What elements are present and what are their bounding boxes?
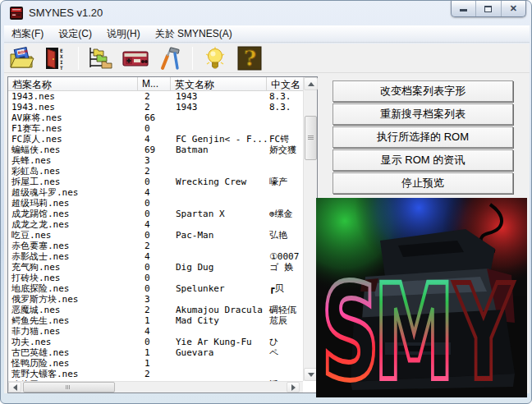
cell-chinese-name xyxy=(267,112,303,123)
cell-file-name: 鳄鱼先生.nes xyxy=(8,315,138,326)
exit-icon[interactable]: E X I T xyxy=(43,46,69,71)
cell-english-name: Yie Ar Kung-Fu xyxy=(171,337,267,347)
cell-mapper: 4 xyxy=(138,219,171,230)
menu-about[interactable]: 关於 SMYNES(A) xyxy=(148,25,240,43)
cell-file-name: 成龙踢馆.nes xyxy=(8,209,138,219)
cell-english-name: FC Genjin< - F... xyxy=(171,134,267,145)
cell-file-name: 兵蜂.nes xyxy=(8,155,138,166)
cell-file-name: F1赛车.nes xyxy=(8,123,138,134)
cell-chinese-name: 弘艳 xyxy=(267,230,303,241)
table-row[interactable]: AV麻将.nes 66 xyxy=(8,112,303,123)
column-header-english-name[interactable]: 英文名称 xyxy=(171,77,267,90)
table-row[interactable]: 彩虹岛.nes 2 xyxy=(8,166,303,177)
table-row[interactable]: 赤色要塞.nes 2 xyxy=(8,241,303,251)
thumb-grip xyxy=(308,135,314,140)
column-header-mapper[interactable]: M... xyxy=(138,77,171,90)
cell-chinese-name: FC锷 xyxy=(267,134,303,145)
file-list-icon[interactable] xyxy=(88,46,114,71)
table-row[interactable]: 古巴英雄.nes 1 Guevara ペ xyxy=(8,347,303,358)
cell-english-name: 1943 xyxy=(171,91,267,102)
tools-icon[interactable] xyxy=(157,46,183,71)
menu-file[interactable]: 档案(F) xyxy=(4,25,51,43)
cell-mapper: 2 xyxy=(138,166,171,177)
cell-file-name: 成龙之龙.nes xyxy=(8,219,138,230)
cell-mapper: 66 xyxy=(138,112,171,123)
svg-text:M: M xyxy=(374,256,455,397)
light-bulb-icon[interactable] xyxy=(202,46,228,71)
vertical-scrollbar-thumb[interactable] xyxy=(305,116,317,160)
table-row[interactable]: 充气狗.nes 0 Dig Dug ゴ 㛟 xyxy=(8,262,303,273)
cell-mapper: 0 xyxy=(138,262,171,273)
scroll-left-button[interactable] xyxy=(8,382,21,393)
change-font-button[interactable]: 改变档案列表字形 xyxy=(332,80,513,102)
table-row[interactable]: F1赛车.nes 0 xyxy=(8,123,303,134)
stop-preview-button[interactable]: 停止预览 xyxy=(332,172,513,194)
table-row[interactable]: 1943.nes 2 1943 8.3. xyxy=(8,102,303,112)
table-row[interactable]: 拆屋工.nes 0 Wrecking Crew 嚎产 xyxy=(8,177,303,187)
scroll-up-button[interactable] xyxy=(304,77,318,90)
cell-file-name: 1943.nes xyxy=(8,91,138,102)
cell-mapper: 2 xyxy=(138,241,171,251)
title-bar[interactable]: SMYNES v1.20 ✕ xyxy=(1,1,531,25)
table-row[interactable]: 超级玛莉.nes 0 xyxy=(8,198,303,209)
close-button[interactable]: ✕ xyxy=(502,1,525,16)
table-row[interactable]: 打砖块.nes 0 xyxy=(8,273,303,283)
table-row[interactable]: 荒野大镖客.nes 2 xyxy=(8,369,303,379)
cell-file-name: 吃豆.nes xyxy=(8,230,138,241)
rescan-list-button[interactable]: 重新搜寻档案列表 xyxy=(332,103,513,125)
column-header-chinese-name[interactable]: 中文名 xyxy=(267,77,303,90)
table-row[interactable]: 赤影战士.nes 4 ①0007 xyxy=(8,251,303,262)
cell-chinese-name xyxy=(267,369,303,379)
table-row[interactable]: 鳄鱼先生.nes 1 Mad City 苊辰 xyxy=(8,315,303,326)
cell-chinese-name xyxy=(267,123,303,134)
cell-mapper: 3 xyxy=(138,155,171,166)
table-row[interactable]: 俄罗斯方块.nes 3 xyxy=(8,294,303,305)
rom-rows: 1943.nes 2 1943 8.3. 1943.nes 2 1943 8.3… xyxy=(8,91,303,381)
famicom-console-icon[interactable] xyxy=(122,46,149,71)
scroll-right-button[interactable] xyxy=(287,382,300,393)
cell-chinese-name xyxy=(267,187,303,198)
table-row[interactable]: 恶魔城.nes 2 Akumajou Dracula 碉轻佤 xyxy=(8,305,303,315)
vertical-scrollbar[interactable] xyxy=(303,77,317,381)
menu-settings[interactable]: 设定(C) xyxy=(51,25,99,43)
cell-mapper: 4 xyxy=(138,326,171,337)
cell-mapper: 4 xyxy=(138,251,171,262)
svg-text:S: S xyxy=(321,256,379,397)
table-row[interactable]: 成龙之龙.nes 4 xyxy=(8,219,303,230)
column-header-file-name[interactable]: 档案名称 xyxy=(8,77,138,90)
cell-english-name: Spartan X xyxy=(171,209,267,219)
help-icon[interactable]: ? xyxy=(236,46,263,71)
show-rom-info-button[interactable]: 显示 ROM 的资讯 xyxy=(332,149,513,171)
table-row[interactable]: 蝙蝠侠.nes 69 Batman 娇交獲 xyxy=(8,145,303,155)
cell-english-name: Dig Dug xyxy=(171,262,267,273)
table-row[interactable]: 1943.nes 2 1943 8.3. xyxy=(8,91,303,102)
horizontal-scrollbar[interactable] xyxy=(8,381,303,393)
cell-file-name: 恶魔城.nes xyxy=(8,305,138,315)
cell-file-name: 打砖块.nes xyxy=(8,273,138,283)
rom-list: 档案名称 M... 英文名称 中文名 1943.nes 2 1943 8.3. … xyxy=(7,76,318,393)
arrow-left-icon xyxy=(13,384,17,391)
maximize-button[interactable] xyxy=(476,1,501,16)
run-rom-button[interactable]: 执行所选择的 ROM xyxy=(332,126,513,148)
minimize-button[interactable] xyxy=(452,1,476,16)
table-row[interactable]: 吃豆.nes 0 Pac-Man 弘艳 xyxy=(8,230,303,241)
svg-text:E: E xyxy=(60,48,63,53)
table-row[interactable]: 功夫.nes 0 Yie Ar Kung-Fu ひ xyxy=(8,337,303,347)
table-row[interactable]: 成龙踢馆.nes 0 Spartan X ⊕缧金 xyxy=(8,209,303,219)
table-row[interactable]: 兵蜂.nes 3 xyxy=(8,155,303,166)
table-row[interactable]: 怪鸭历险.nes 1 xyxy=(8,358,303,369)
table-row[interactable]: 超级魂斗罗.nes 4 xyxy=(8,187,303,198)
horizontal-scrollbar-thumb[interactable] xyxy=(23,382,115,393)
table-row[interactable]: 地底探险.nes 0 Spelunker ┏贝 xyxy=(8,283,303,294)
cell-file-name: 俄罗斯方块.nes xyxy=(8,294,138,305)
cell-chinese-name: 苊辰 xyxy=(267,315,303,326)
open-rom-icon[interactable]: ROM xyxy=(8,46,34,71)
cell-mapper: 2 xyxy=(138,369,171,379)
table-row[interactable]: FC原人.nes 4 FC Genjin< - F... FC锷 xyxy=(8,134,303,145)
cell-english-name xyxy=(171,219,267,230)
menu-help[interactable]: 说明(H) xyxy=(99,25,148,43)
arrow-down-icon xyxy=(308,373,314,377)
table-row[interactable]: 菲力猫.nes 4 xyxy=(8,326,303,337)
cell-chinese-name xyxy=(267,294,303,305)
cell-english-name: Akumajou Dracula xyxy=(171,305,267,315)
